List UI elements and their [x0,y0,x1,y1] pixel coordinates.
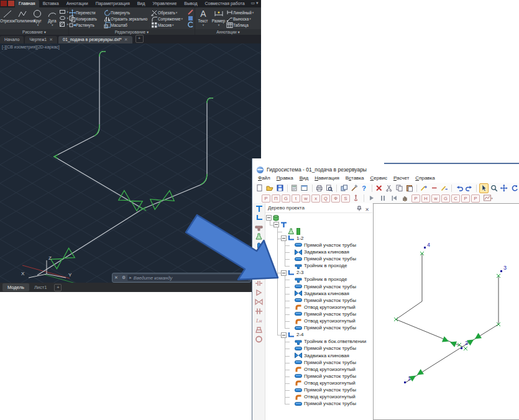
paste-button[interactable] [405,183,414,193]
valve-tool-button[interactable] [254,298,264,306]
cut-button[interactable] [384,183,393,193]
layout-tab-0[interactable]: Модель [2,283,29,291]
ribbon-tab-5[interactable]: Управление [149,0,180,7]
tree-item-Отвод крутоизогнутый[interactable]: Отвод крутоизогнутый [265,366,372,373]
elbow-tool-button[interactable] [254,260,264,268]
menu-item-4[interactable]: Вставка [342,175,367,183]
ribbon-button-erase[interactable] [187,9,194,15]
minus-button[interactable] [429,183,439,193]
ribbon-tab-4[interactable]: Вид [134,0,149,7]
pipe-segment-tool-button[interactable] [254,251,264,259]
ribbon-button-textA[interactable]: АТекст▾ [195,7,211,27]
tree-item-Прямой участок трубы[interactable]: Прямой участок трубы [265,311,372,317]
ribbon-button-table[interactable]: Таблица [226,22,260,28]
ring-tool-button[interactable] [254,335,264,343]
copy-button[interactable] [395,183,404,193]
param-toggle-8[interactable]: S [341,194,350,203]
ribbon-button-scale[interactable]: Масштаб [104,22,151,28]
result-toggle-4[interactable]: C [451,194,460,203]
expander-icon[interactable] [281,270,287,276]
menu-item-2[interactable]: Вид [296,175,311,183]
thermometer-tool-button[interactable] [254,242,264,250]
result-toggle-0[interactable]: P [411,194,420,203]
tree-item-Отвод крутоизогнутый[interactable]: Отвод крутоизогнутый [265,380,372,386]
ribbon-button-move[interactable]: Перенести [69,9,104,16]
file-tab-0[interactable]: Начало [0,36,24,43]
ribbon-button-arc[interactable]: Дуга▾ [45,7,59,27]
anchor-button[interactable] [351,193,362,203]
panel-label-modify[interactable]: Редактирование ▾ [69,29,195,35]
inka-button[interactable] [420,183,429,193]
tree-item[interactable] [265,214,372,221]
app-menu-icon[interactable] [8,1,14,6]
ribbon-button-array[interactable]: Массив▾ [151,22,187,28]
ribbon-button-dimlin[interactable]: Линейный▾ [226,9,260,16]
app-logo-icon[interactable] [1,1,7,6]
ribbon-options-icon[interactable]: ▭ ▾ [251,0,259,7]
close-icon[interactable]: ✕ [124,37,128,42]
scheme-view[interactable]: 1234 [373,203,519,420]
param-toggle-2[interactable]: G [282,194,290,203]
undo-button[interactable] [454,183,464,193]
ribbon-tab-3[interactable]: Параметризация [92,0,134,7]
tree-item-Прямой участок трубы[interactable]: Прямой участок трубы [265,345,372,352]
del-button[interactable] [374,183,384,193]
title-bar[interactable]: Гидросистема - 01_подача в резервуары [252,165,519,175]
select-button[interactable] [479,183,489,193]
break-tool-button[interactable] [254,279,264,287]
inkd-button[interactable] [440,183,449,193]
ribbon-button-cshape[interactable] [187,21,194,27]
file-tab-2[interactable]: 01_подача в резервуары.dxf*✕ [58,36,132,43]
preview-button[interactable] [324,183,334,193]
tree-item-Задвижка клиновая[interactable]: Задвижка клиновая [265,249,372,256]
tree-item-Прямой участок трубы[interactable]: Прямой участок трубы [265,297,372,304]
ribbon-tab-2[interactable]: Аннотации [63,0,92,7]
ribbon-button-pline[interactable]: Полилиния [15,7,30,23]
file-tab-1[interactable]: Чертеж1✕ [25,36,57,43]
tree-item-2-4[interactable]: 2-4 [265,332,372,339]
pin-icon[interactable] [357,205,362,215]
ribbon-button-line[interactable]: Отрезок [0,7,15,23]
export-button[interactable] [339,183,349,193]
param-toggle-0[interactable]: Р [262,194,270,203]
tree-item-1-2[interactable]: 1-2 [265,235,372,242]
menu-item-7[interactable]: Справка [412,175,438,183]
fitting-tool-button[interactable] [254,270,264,278]
pump-tool-button[interactable] [254,326,264,334]
ribbon-tab-0[interactable]: Главная [15,0,39,7]
ribbon-button-copy[interactable]: Копировать [69,16,104,22]
close-icon[interactable]: ✕ [113,275,120,280]
tree-item-Прямой участок трубы[interactable]: Прямой участок трубы [265,325,372,332]
print-button[interactable] [315,183,324,193]
new-button[interactable] [255,183,264,193]
ribbon-button-box[interactable] [187,15,194,21]
menu-item-0[interactable]: Файл [255,175,273,183]
layout-tab-1[interactable]: Лист1 [29,283,52,291]
pan-button[interactable] [500,183,509,193]
pipe-branch-tool-button[interactable] [254,214,264,222]
param-toggle-7[interactable]: Ф [331,194,340,203]
new-layout-button[interactable]: + [54,284,62,291]
play-button[interactable] [367,193,377,203]
tree-item-Отвод крутоизогнутый[interactable]: Отвод крутоизогнутый [265,318,372,325]
param-toggle-3[interactable]: t [292,194,300,203]
refresh-button[interactable] [510,183,519,193]
result-toggle-5[interactable]: P [461,194,470,203]
tree-item[interactable] [265,228,372,235]
param-toggle-5[interactable]: x [311,194,320,203]
tree-item-Прямой участок трубы[interactable]: Прямой участок трубы [265,242,372,249]
chart-button[interactable]: ▾ [481,193,496,203]
param-toggle-4[interactable]: w [301,194,310,203]
expander-icon[interactable] [281,235,287,241]
length-tool-button[interactable]: Lн [254,316,264,324]
new-tab-button[interactable]: + [135,35,144,43]
ribbon-tab-1[interactable]: Вставка [39,0,63,7]
window-button[interactable] [300,183,310,193]
ribbon-tab-7[interactable]: Совместная работа [201,0,248,7]
ribbon-button-circle[interactable]: Круг▾ [30,7,45,27]
ribbon-button-hatch[interactable]: ▾ [59,21,68,27]
tools-button[interactable] [349,183,359,193]
tree-item-Отвод крутоизогнутый[interactable]: Отвод крутоизогнутый [265,394,372,401]
save-button[interactable] [275,183,285,193]
menu-item-3[interactable]: Навигация [311,175,342,183]
